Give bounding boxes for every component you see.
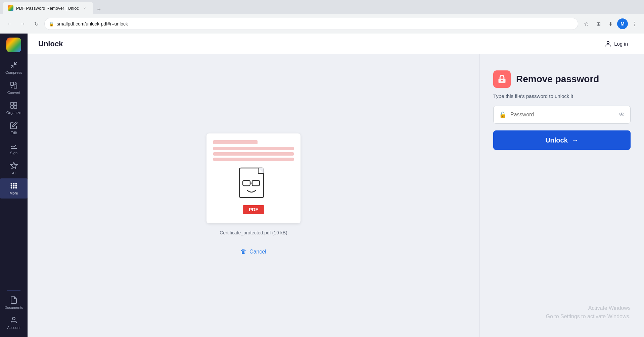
main-header: Unlock Log in <box>28 34 644 54</box>
password-lock-icon: 🔒 <box>499 111 506 118</box>
watermark-line1: Activate Windows <box>493 304 631 313</box>
svg-marker-6 <box>10 162 17 169</box>
tab-title: PDF Password Remover | Unloc <box>16 6 79 11</box>
edit-icon <box>10 121 18 129</box>
svg-point-24 <box>501 80 503 81</box>
ai-icon <box>10 162 18 170</box>
tab-favicon <box>8 5 13 11</box>
account-icon <box>10 316 18 324</box>
right-panel: Remove password Type this file's passwor… <box>479 54 644 337</box>
watermark-line2: Go to Settings to activate Windows. <box>493 312 631 321</box>
user-icon <box>605 41 611 47</box>
bookmark-button[interactable]: ☆ <box>581 18 592 29</box>
address-bar[interactable]: 🔒 smallpdf.com/unlock-pdf#r=unlock <box>44 18 578 30</box>
preview-section: PDF Certificate_protected.pdf (19 kB) 🗑 … <box>28 54 479 337</box>
show-password-icon[interactable]: 👁 <box>619 111 625 118</box>
tab-close-button[interactable]: × <box>82 5 88 11</box>
sign-icon <box>10 142 18 150</box>
back-button[interactable]: ← <box>4 18 15 29</box>
sidebar-item-ai[interactable]: AI <box>0 158 28 178</box>
sidebar-item-edit[interactable]: Edit <box>0 118 28 138</box>
windows-watermark: Activate Windows Go to Settings to activ… <box>493 290 631 321</box>
sidebar-item-more[interactable]: More <box>0 178 28 199</box>
cancel-button[interactable]: 🗑 Cancel <box>235 245 272 258</box>
unlock-arrow-icon: → <box>572 136 579 144</box>
svg-rect-1 <box>14 85 17 88</box>
download-button[interactable]: ⬇ <box>605 18 616 29</box>
menu-button[interactable]: ⋮ <box>629 18 640 29</box>
page-title: Unlock <box>38 40 63 48</box>
lock-icon-panel <box>493 70 511 88</box>
browser-tabs: PDF Password Remover | Unloc × + <box>0 0 644 14</box>
svg-rect-4 <box>11 106 13 108</box>
svg-point-17 <box>607 41 609 44</box>
svg-point-14 <box>13 187 14 188</box>
sidebar-item-documents[interactable]: Documents <box>0 293 28 313</box>
address-text: smallpdf.com/unlock-pdf#r=unlock <box>57 21 128 26</box>
organize-icon <box>10 101 18 109</box>
lock-panel-svg <box>497 74 507 84</box>
convert-icon <box>10 81 18 89</box>
unlock-button[interactable]: Unlock → <box>493 130 631 150</box>
new-tab-button[interactable]: + <box>94 5 104 14</box>
extensions-button[interactable]: ⊞ <box>593 18 604 29</box>
file-name: Certificate_protected.pdf (19 kB) <box>220 230 287 235</box>
svg-point-12 <box>16 183 17 184</box>
trash-icon: 🗑 <box>241 248 247 255</box>
svg-point-13 <box>11 187 12 188</box>
toolbar-icons: ☆ ⊞ ⬇ M ⋮ <box>581 18 640 29</box>
svg-point-16 <box>12 317 15 320</box>
tool-area: PDF Certificate_protected.pdf (19 kB) 🗑 … <box>28 54 644 337</box>
more-icon <box>10 182 18 190</box>
sidebar-item-compress[interactable]: Compress <box>0 58 28 78</box>
svg-point-15 <box>16 187 17 188</box>
active-tab[interactable]: PDF Password Remover | Unloc × <box>3 2 93 14</box>
pdf-badge: PDF <box>243 205 264 214</box>
panel-header: Remove password <box>493 70 631 88</box>
panel-subtitle: Type this file's password to unlock it <box>493 93 631 99</box>
documents-icon <box>10 296 18 304</box>
profile-button[interactable]: M <box>617 18 628 29</box>
sidebar-item-organize[interactable]: Organize <box>0 98 28 118</box>
sidebar-item-account[interactable]: Account <box>0 313 28 333</box>
main-content: Unlock Log in <box>28 34 644 337</box>
sidebar-divider <box>7 290 20 291</box>
forward-button[interactable]: → <box>17 18 28 29</box>
login-button[interactable]: Log in <box>599 38 633 50</box>
app-container: Compress Convert Organize <box>0 34 644 337</box>
browser-toolbar: ← → ↻ 🔒 smallpdf.com/unlock-pdf#r=unlock… <box>0 14 644 34</box>
svg-rect-21 <box>252 180 260 186</box>
password-input[interactable] <box>510 112 619 118</box>
compress-icon <box>10 61 18 69</box>
sidebar-item-sign[interactable]: Sign <box>0 138 28 158</box>
svg-rect-0 <box>11 82 13 86</box>
sidebar: Compress Convert Organize <box>0 34 28 337</box>
svg-rect-2 <box>11 102 13 105</box>
address-lock-icon: 🔒 <box>49 21 54 26</box>
password-input-wrapper[interactable]: 🔒 👁 <box>493 106 631 124</box>
pdf-icon-area: PDF <box>213 166 294 214</box>
svg-point-8 <box>13 185 14 186</box>
sidebar-logo[interactable] <box>6 38 21 52</box>
svg-point-9 <box>16 185 17 186</box>
sidebar-item-convert[interactable]: Convert <box>0 78 28 98</box>
panel-title: Remove password <box>516 74 599 85</box>
svg-rect-3 <box>14 102 17 105</box>
svg-rect-20 <box>243 180 250 186</box>
browser-chrome: PDF Password Remover | Unloc × + ← → ↻ 🔒… <box>0 0 644 34</box>
refresh-button[interactable]: ↻ <box>31 18 42 29</box>
pdf-lines-top <box>213 140 294 161</box>
svg-point-7 <box>11 185 12 186</box>
pdf-preview-card: PDF <box>206 133 301 223</box>
svg-rect-5 <box>14 106 17 108</box>
svg-point-10 <box>11 183 12 184</box>
pdf-mascot-icon <box>237 166 270 210</box>
svg-point-11 <box>13 183 14 184</box>
